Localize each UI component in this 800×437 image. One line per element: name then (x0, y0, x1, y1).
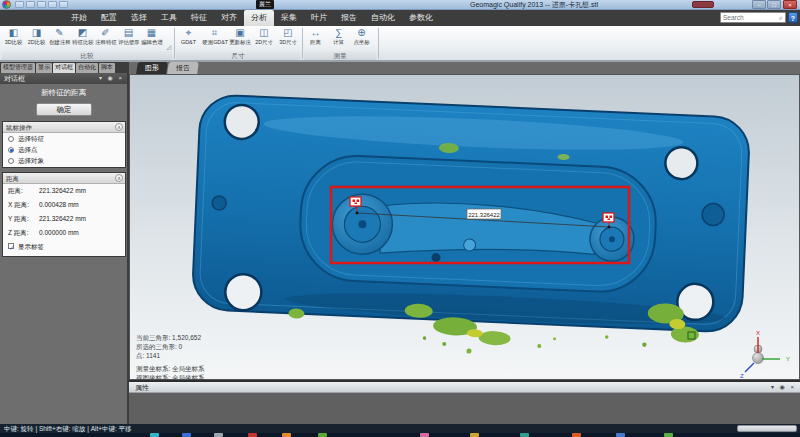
taskbar-icon[interactable] (150, 433, 159, 437)
button-annotate-feature[interactable]: ✐注释特征 (94, 27, 117, 51)
taskbar-icon[interactable] (664, 433, 673, 437)
tab-display[interactable]: 显示 (36, 63, 52, 73)
statusbar-grip[interactable] (737, 425, 797, 432)
feature-compare-icon: ◩ (71, 27, 94, 39)
ribbon-tab-config[interactable]: 配置 (94, 10, 124, 26)
ribbon-tab-align[interactable]: 对齐 (214, 10, 244, 26)
ribbon-tab-automation[interactable]: 自动化 (364, 10, 402, 26)
option-select-object[interactable]: 选择对象 (3, 155, 125, 166)
button-3d-dimension[interactable]: ◰3D尺寸 (276, 27, 300, 51)
tab-report-view[interactable]: 报告 (167, 62, 199, 74)
button-2d-dimension[interactable]: ◫2D尺寸 (252, 27, 276, 51)
ribbon-group-compare: ◧3D比较 ◨2D比较 ✎创建注释 ◩特征比较 ✐注释特征 ▤评估壁厚 ▦编辑色… (2, 26, 172, 60)
taskbar-icon[interactable] (572, 433, 581, 437)
panel-close-icon[interactable]: × (790, 384, 796, 390)
point-coordinate-icon: ⊕ (350, 27, 373, 39)
panel-dropdown-icon[interactable]: ▾ (99, 75, 104, 81)
ribbon-tab-report[interactable]: 报告 (334, 10, 364, 26)
show-label-option[interactable]: 显示标签 (3, 240, 125, 253)
pin-icon[interactable]: ◉ (780, 384, 787, 390)
compute-icon: ∑ (327, 27, 350, 39)
corner-hole (224, 104, 259, 139)
button-compute[interactable]: ∑计算 (327, 27, 350, 51)
tab-dialog[interactable]: 对话框 (53, 63, 75, 73)
button-edit-spectrum[interactable]: ▦编辑色谱 (140, 27, 163, 51)
ribbon-tab-capture[interactable]: 采集 (274, 10, 304, 26)
button-distance[interactable]: ↔距离 (304, 27, 327, 51)
button-point-coordinate[interactable]: ⊕点坐标 (350, 27, 373, 51)
app-logo-icon[interactable] (2, 0, 11, 9)
ribbon-tab-start[interactable]: 开始 (64, 10, 94, 26)
collapse-icon[interactable]: ∧ (115, 174, 123, 182)
taskbar-icon[interactable] (520, 433, 529, 437)
button-gdt[interactable]: ⌖GD&T (176, 27, 201, 51)
bottom-panel: 属性 ▾ ◉ × (129, 380, 800, 424)
search-box[interactable]: ⌕ (720, 12, 786, 23)
quick-access-button[interactable] (15, 1, 24, 8)
dialog-panel-title: 对话框 (4, 75, 25, 82)
taskbar-icon[interactable] (248, 433, 257, 437)
mesh-statistics: 当前三角形: 1,520,652 所选的三角形: 0 点: 1141 (136, 333, 201, 360)
taskbar-icon[interactable] (182, 433, 191, 437)
ribbon-tab-analysis[interactable]: 分析 (244, 10, 274, 26)
panel-dropdown-icon[interactable]: ▾ (771, 384, 776, 390)
taskbar-icon[interactable] (318, 433, 327, 437)
button-hard-probe-gdt[interactable]: ⌗硬测GD&T (201, 27, 228, 51)
distance-header[interactable]: 距离 ∧ (3, 173, 125, 184)
button-create-annotation[interactable]: ✎创建注释 (48, 27, 71, 51)
taskbar-icon[interactable] (282, 433, 291, 437)
collapse-icon[interactable]: ∧ (115, 123, 123, 131)
button-feature-compare[interactable]: ◩特征比较 (71, 27, 94, 51)
pin-icon[interactable]: ◉ (108, 75, 115, 81)
radio-selected-icon[interactable] (8, 147, 14, 153)
annotate-feature-icon: ✐ (94, 27, 117, 39)
button-3d-compare[interactable]: ◧3D比较 (2, 27, 25, 51)
ribbon-tabstrip: 开始 配置 选择 工具 特征 对齐 分析 采集 叶片 报告 自动化 参数化 ⌕ … (0, 10, 800, 26)
ribbon-tab-tools[interactable]: 工具 (154, 10, 184, 26)
ribbon-group-measure: ↔距离 ∑计算 ⊕点坐标 测量 (304, 26, 376, 60)
windows-taskbar (0, 433, 800, 437)
tab-script[interactable]: 脚本 (99, 63, 115, 73)
ribbon-tab-features[interactable]: 特征 (184, 10, 214, 26)
taskbar-icon[interactable] (420, 433, 429, 437)
mouse-operation-header[interactable]: 鼠标操作 ∧ (3, 122, 125, 133)
radio-icon[interactable] (8, 136, 14, 142)
ribbon-tab-blade[interactable]: 叶片 (304, 10, 334, 26)
button-update-callouts[interactable]: ▣更新标注 (228, 27, 252, 51)
ribbon-tab-select[interactable]: 选择 (124, 10, 154, 26)
ok-button[interactable]: 确定 (36, 103, 92, 116)
close-button[interactable]: × (783, 0, 797, 9)
quick-access-button[interactable] (48, 1, 57, 8)
quick-access-button[interactable] (37, 1, 46, 8)
maximize-button[interactable]: □ (767, 0, 781, 9)
radio-icon[interactable] (8, 158, 14, 164)
taskbar-icon[interactable] (616, 433, 625, 437)
option-select-feature[interactable]: 选择特征 (3, 133, 125, 144)
bottom-panel-header[interactable]: 属性 ▾ ◉ × (129, 382, 800, 393)
option-select-point[interactable]: 选择点 (3, 144, 125, 155)
3d-canvas[interactable]: 221.326422 X Y Z (129, 74, 800, 380)
quick-access-dropdown[interactable] (59, 1, 68, 8)
button-evaluate-thickness[interactable]: ▤评估壁厚 (117, 27, 140, 51)
help-button[interactable]: ? (788, 12, 798, 23)
search-icon[interactable]: ⌕ (779, 14, 785, 22)
scanned-part-model (190, 94, 750, 365)
tab-model-manager[interactable]: 模型管理器 (1, 63, 35, 73)
tab-graphics[interactable]: 图形 (136, 62, 168, 74)
tab-automation[interactable]: 自动化 (76, 63, 98, 73)
distance-x-value: 0.000428 mm (39, 198, 79, 212)
button-2d-compare[interactable]: ◨2D比较 (25, 27, 48, 51)
dimension-label[interactable]: 221.326422 (467, 209, 501, 219)
ribbon-tab-parametric[interactable]: 参数化 (402, 10, 440, 26)
selected-point-marker[interactable] (688, 332, 695, 339)
minimize-button[interactable]: – (752, 0, 766, 9)
group-divider (302, 28, 303, 59)
group-launcher-icon[interactable]: ◿ (166, 43, 171, 50)
taskbar-icon[interactable] (214, 433, 223, 437)
search-input[interactable] (721, 14, 779, 21)
panel-close-icon[interactable]: × (118, 75, 124, 81)
checkbox-checked-icon[interactable] (8, 243, 14, 249)
quick-access-button[interactable] (26, 1, 35, 8)
stat-line: 当前三角形: 1,520,652 (136, 333, 201, 342)
taskbar-icon[interactable] (470, 433, 479, 437)
